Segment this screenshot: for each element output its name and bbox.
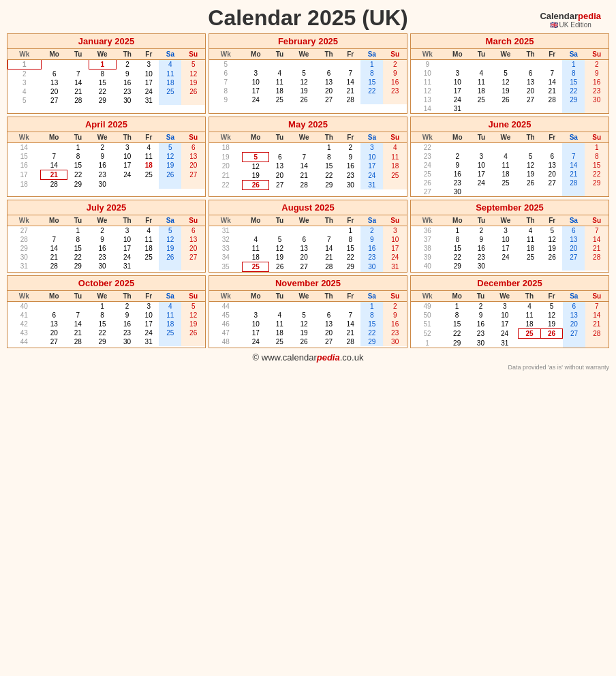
cell-tu xyxy=(471,187,492,196)
cell-th: 28 xyxy=(318,262,340,272)
cell-sa: 12 xyxy=(159,235,181,244)
col-header-we: We xyxy=(89,215,116,226)
col-header-fr: Fr xyxy=(540,291,563,302)
cell-fr xyxy=(542,187,562,196)
col-header-th: Th xyxy=(318,291,340,302)
cell-we: 25 xyxy=(492,179,519,187)
cell-wk: 52 xyxy=(411,329,444,339)
cell-we: 5 xyxy=(290,69,318,78)
cell-we: 24 xyxy=(492,253,519,262)
cell-su: 28 xyxy=(585,253,609,262)
month-title: July 2025 xyxy=(7,200,205,215)
cell-th: 26 xyxy=(519,179,542,187)
cell-su: 23 xyxy=(383,87,407,95)
cell-fr xyxy=(340,302,360,311)
cell-su: 16 xyxy=(383,320,407,328)
cell-th: 13 xyxy=(318,78,340,87)
cell-mo: 10 xyxy=(444,78,471,87)
cell-wk: 21 xyxy=(209,171,243,181)
col-header-su: Su xyxy=(383,291,407,302)
cell-fr: 21 xyxy=(340,87,360,95)
col-header-su: Su xyxy=(585,215,609,226)
cell-wk: 8 xyxy=(209,87,243,95)
cell-su: 19 xyxy=(181,320,205,328)
cell-tu: 30 xyxy=(471,262,492,271)
cell-th: 30 xyxy=(116,96,138,105)
month-title: October 2025 xyxy=(7,276,205,291)
cell-fr: 31 xyxy=(138,337,159,346)
col-header-fr: Fr xyxy=(340,132,360,143)
cell-su: 22 xyxy=(585,170,609,179)
cell-sa xyxy=(562,262,585,271)
cell-mo: 22 xyxy=(444,253,471,262)
cell-mo: 21 xyxy=(41,253,67,262)
cell-fr xyxy=(542,104,562,113)
cell-sa: 26 xyxy=(159,253,181,262)
cell-su: 2 xyxy=(585,60,609,70)
col-header-tu: Tu xyxy=(269,132,290,143)
cell-sa: 6 xyxy=(563,302,585,311)
cell-th: 4 xyxy=(519,302,541,311)
cell-mo xyxy=(444,60,471,70)
cell-mo: 12 xyxy=(243,162,269,171)
cell-mo: 31 xyxy=(444,104,471,113)
col-header-we: We xyxy=(290,291,318,302)
cell-su: 13 xyxy=(181,235,205,244)
cell-mo: 15 xyxy=(444,320,470,329)
cell-mo: 4 xyxy=(243,235,269,244)
cell-th: 12 xyxy=(519,161,542,170)
cell-we: 4 xyxy=(492,152,519,161)
cell-we: 15 xyxy=(89,320,116,328)
cell-su: 5 xyxy=(181,302,205,311)
month-november-2025: November 2025WkMoTuWeThFrSaSu44124534567… xyxy=(209,275,407,348)
col-header-fr: Fr xyxy=(138,132,159,143)
cell-fr: 28 xyxy=(340,337,360,346)
month-title: April 2025 xyxy=(7,117,205,132)
cell-tu: 8 xyxy=(67,152,89,161)
col-header-wk: Wk xyxy=(411,49,444,60)
col-header-su: Su xyxy=(181,291,205,302)
col-header-fr: Fr xyxy=(138,49,159,60)
cell-wk: 40 xyxy=(411,262,444,271)
cell-th xyxy=(519,339,541,348)
col-header-mo: Mo xyxy=(243,49,269,60)
cell-wk: 11 xyxy=(411,78,444,87)
cell-we: 6 xyxy=(290,235,318,244)
cell-fr: 30 xyxy=(340,180,360,189)
cell-we: 29 xyxy=(89,337,116,346)
cell-su: 27 xyxy=(181,253,205,262)
col-header-sa: Sa xyxy=(562,49,585,60)
cell-we: 19 xyxy=(492,87,519,95)
cell-th xyxy=(318,302,340,311)
cell-tu: 25 xyxy=(269,95,290,104)
cell-wk: 19 xyxy=(209,152,243,162)
cell-fr: 12 xyxy=(542,235,562,244)
cell-mo xyxy=(41,226,67,236)
cell-th: 2 xyxy=(116,302,138,311)
col-header-th: Th xyxy=(116,215,138,226)
col-header-tu: Tu xyxy=(269,49,290,60)
cell-mo: 6 xyxy=(41,70,67,79)
cell-mo: 19 xyxy=(243,171,269,181)
cell-we: 13 xyxy=(290,244,318,253)
cell-wk: 9 xyxy=(411,60,444,70)
cell-fr: 18 xyxy=(138,161,159,170)
col-header-sa: Sa xyxy=(360,132,383,143)
cell-sa: 28 xyxy=(562,179,585,187)
cell-tu: 16 xyxy=(470,320,491,329)
cell-wk: 30 xyxy=(7,253,41,262)
cell-tu: 30 xyxy=(470,339,491,348)
cell-su: 18 xyxy=(383,162,407,171)
col-header-wk: Wk xyxy=(7,291,41,302)
cell-sa: 13 xyxy=(562,235,585,244)
cell-tu: 28 xyxy=(67,96,89,105)
cell-su: 14 xyxy=(585,311,609,320)
col-header-tu: Tu xyxy=(471,132,492,143)
cell-we: 11 xyxy=(492,161,519,170)
cell-th: 27 xyxy=(519,95,542,104)
cell-wk: 44 xyxy=(7,337,41,346)
col-header-tu: Tu xyxy=(269,291,290,302)
cell-sa: 5 xyxy=(159,226,181,236)
cell-tu: 17 xyxy=(471,170,492,179)
cell-fr xyxy=(542,60,562,70)
